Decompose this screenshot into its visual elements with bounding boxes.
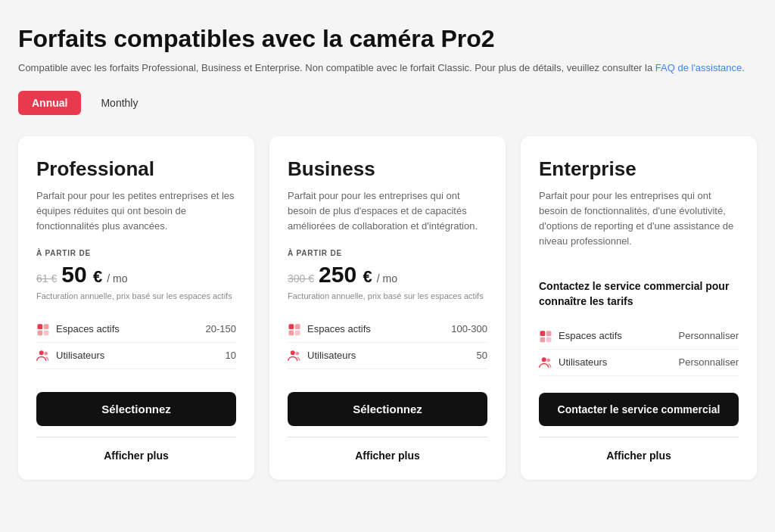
spaces-icon xyxy=(539,329,552,343)
show-more-button[interactable]: Afficher plus xyxy=(539,446,739,465)
svg-rect-9 xyxy=(295,330,300,335)
old-price: 61 € xyxy=(36,272,57,285)
plan-title: Enterprise xyxy=(539,157,739,181)
feature-label: Espaces actifs xyxy=(56,323,120,334)
plan-card-enterprise: Enterprise Parfait pour pour les entrepr… xyxy=(521,136,757,480)
price-note: Facturation annuelle, prix basé sur les … xyxy=(36,291,236,302)
plan-description: Parfait pour pour les entreprises qui on… xyxy=(288,188,487,234)
feature-label: Utilisateurs xyxy=(56,350,104,361)
feature-item: Espaces actifs Personnaliser xyxy=(539,323,739,350)
plan-card-professional: Professional Parfait pour pour les petit… xyxy=(18,136,254,480)
main-price: 50 € xyxy=(61,262,102,288)
plan-card-business: Business Parfait pour pour les entrepris… xyxy=(269,136,506,480)
svg-rect-14 xyxy=(540,337,546,342)
svg-point-11 xyxy=(296,351,300,355)
plan-title: Professional xyxy=(36,157,236,181)
users-icon xyxy=(36,349,50,362)
svg-point-4 xyxy=(39,350,44,355)
show-more-button[interactable]: Afficher plus xyxy=(36,446,236,465)
faq-link[interactable]: FAQ de l'assistance xyxy=(655,62,742,73)
feature-left: Utilisateurs xyxy=(36,349,104,362)
plan-title: Business xyxy=(288,157,487,181)
card-divider xyxy=(288,437,487,437)
price-period: / mo xyxy=(377,272,397,285)
monthly-button[interactable]: Monthly xyxy=(87,91,151,115)
features-list: Espaces actifs 100-300 Utilisateurs 50 xyxy=(288,316,487,369)
spaces-icon xyxy=(36,322,50,336)
annual-button[interactable]: Annual xyxy=(18,91,81,115)
users-icon xyxy=(539,356,552,369)
spaces-icon xyxy=(288,322,301,336)
price-period: / mo xyxy=(107,272,127,285)
contact-pricing-label: Contactez le service commercial pour con… xyxy=(539,279,739,309)
users-icon xyxy=(288,349,301,362)
page-subtitle: Compatible avec les forfaits Professiona… xyxy=(18,61,757,76)
feature-label: Espaces actifs xyxy=(307,323,371,334)
svg-rect-13 xyxy=(546,331,552,336)
select-button[interactable]: Sélectionnez xyxy=(288,392,487,426)
feature-left: Utilisateurs xyxy=(539,356,607,369)
svg-rect-0 xyxy=(38,324,43,329)
svg-rect-15 xyxy=(546,337,552,342)
spaces-icon xyxy=(539,329,552,343)
plans-grid: Professional Parfait pour pour les petit… xyxy=(18,136,757,480)
card-divider xyxy=(36,437,236,437)
svg-rect-6 xyxy=(289,324,294,329)
old-price: 300 € xyxy=(288,272,314,285)
contact-button[interactable]: Contacter le service commercial xyxy=(539,393,739,426)
users-icon xyxy=(539,356,552,369)
feature-label: Utilisateurs xyxy=(307,350,356,361)
feature-left: Espaces actifs xyxy=(36,322,120,336)
spaces-icon xyxy=(288,322,301,336)
feature-item: Espaces actifs 20-150 xyxy=(36,316,236,343)
main-price: 250 € xyxy=(319,262,372,288)
users-icon xyxy=(288,349,301,362)
card-divider xyxy=(539,437,739,437)
features-list: Espaces actifs Personnaliser Utilisateur… xyxy=(539,323,739,376)
plan-description: Parfait pour pour les entreprises qui on… xyxy=(539,188,739,250)
page-title: Forfaits compatibles avec la caméra Pro2 xyxy=(18,24,757,53)
svg-rect-12 xyxy=(540,331,546,336)
users-icon xyxy=(36,349,50,362)
feature-value: Personnaliser xyxy=(679,330,739,341)
svg-point-5 xyxy=(45,351,48,355)
from-label: À PARTIR DE xyxy=(36,249,236,257)
feature-value: 10 xyxy=(226,350,236,361)
price-note: Facturation annuelle, prix basé sur les … xyxy=(288,291,487,302)
feature-value: 50 xyxy=(477,350,487,361)
feature-item: Utilisateurs 10 xyxy=(36,343,236,369)
plan-description: Parfait pour pour les petites entreprise… xyxy=(36,188,236,234)
spaces-icon xyxy=(36,322,50,336)
svg-point-17 xyxy=(547,358,551,362)
feature-item: Utilisateurs Personnaliser xyxy=(539,350,739,376)
feature-left: Utilisateurs xyxy=(288,349,356,362)
price-row: 300 € 250 € / mo xyxy=(288,262,487,288)
feature-value: 100-300 xyxy=(451,323,487,334)
svg-rect-1 xyxy=(44,324,49,329)
features-list: Espaces actifs 20-150 Utilisateurs 10 xyxy=(36,316,236,369)
feature-left: Espaces actifs xyxy=(288,322,371,336)
svg-rect-3 xyxy=(44,330,49,335)
svg-point-16 xyxy=(542,357,546,362)
show-more-button[interactable]: Afficher plus xyxy=(288,446,487,465)
svg-point-10 xyxy=(291,350,295,355)
billing-toggle: Annual Monthly xyxy=(18,91,757,115)
price-row: 61 € 50 € / mo xyxy=(36,262,236,288)
feature-item: Utilisateurs 50 xyxy=(288,343,487,369)
feature-left: Espaces actifs xyxy=(539,329,622,343)
svg-rect-7 xyxy=(295,324,300,329)
select-button[interactable]: Sélectionnez xyxy=(36,392,236,426)
feature-label: Espaces actifs xyxy=(559,330,622,341)
svg-rect-8 xyxy=(289,330,294,335)
feature-value: Personnaliser xyxy=(679,356,739,368)
svg-rect-2 xyxy=(38,330,43,335)
feature-value: 20-150 xyxy=(206,323,236,334)
from-label: À PARTIR DE xyxy=(288,249,487,257)
feature-label: Utilisateurs xyxy=(559,356,607,368)
feature-item: Espaces actifs 100-300 xyxy=(288,316,487,343)
subtitle-text: Compatible avec les forfaits Professiona… xyxy=(18,62,655,73)
